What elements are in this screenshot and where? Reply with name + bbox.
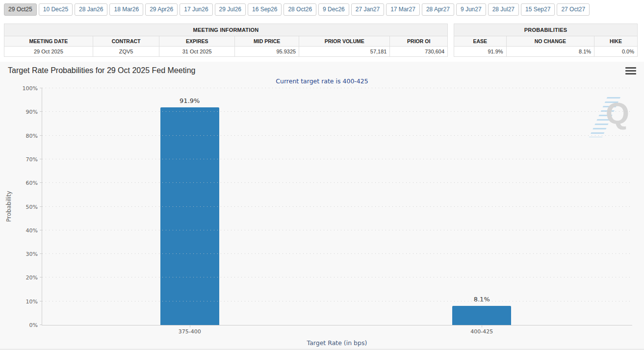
col-ease: EASE [454, 36, 507, 47]
plot-wrapper: Q 91.9% 8.1% 375-400 400-425 0%10%20%30%… [0, 88, 644, 347]
meeting-tab-17-jun26[interactable]: 17 Jun26 [180, 3, 212, 16]
col-mid-price: MID PRICE [235, 36, 299, 47]
meeting-information-table: MEETING INFORMATION MEETING DATE CONTRAC… [4, 24, 448, 57]
bar-value-label: 91.9% [180, 97, 200, 104]
horizontal-gridline [42, 253, 632, 254]
horizontal-gridline [42, 159, 632, 159]
y-axis-tick-label: 20% [26, 275, 38, 281]
meeting-table-header-row: MEETING DATE CONTRACT EXPIRES MID PRICE … [4, 36, 448, 47]
y-axis-tick-label: 50% [26, 204, 38, 210]
y-axis-tick [40, 277, 42, 277]
horizontal-gridline [42, 277, 632, 277]
probabilities-table: PROBABILITIES EASE NO CHANGE HIKE 91.9% … [454, 24, 638, 57]
meeting-tab-9-dec26[interactable]: 9 Dec26 [318, 3, 349, 16]
horizontal-gridline [42, 206, 632, 207]
y-axis-tick-label: 90% [26, 109, 38, 115]
watermark-q-letter: Q [606, 98, 629, 128]
horizontal-gridline [42, 88, 632, 88]
horizontal-gridline [42, 182, 632, 183]
meeting-tab-17-mar27[interactable]: 17 Mar27 [386, 3, 420, 16]
chart-header: Target Rate Probabilities for 29 Oct 202… [0, 62, 644, 75]
x-axis-tick [482, 325, 482, 327]
y-axis-tick [40, 206, 42, 207]
cell-no-change: 8.1% [506, 47, 594, 57]
col-expires: EXPIRES [159, 36, 235, 47]
meeting-tab-16-sep26[interactable]: 16 Sep26 [248, 3, 282, 16]
probabilities-table-header-row: EASE NO CHANGE HIKE [454, 36, 638, 47]
bar-group-400-425: 8.1% [452, 88, 511, 325]
horizontal-gridline [42, 135, 632, 136]
horizontal-gridline [42, 111, 632, 112]
horizontal-gridline [42, 230, 632, 230]
bar-400-425[interactable] [452, 306, 511, 325]
y-axis-tick-label: 10% [26, 299, 38, 305]
meeting-tab-29-oct25[interactable]: 29 Oct25 [4, 3, 37, 16]
cell-ease: 91.9% [454, 47, 507, 57]
bar-group-375-400: 91.9% [160, 88, 219, 325]
meeting-tab-10-dec25[interactable]: 10 Dec25 [39, 3, 73, 16]
info-tables-row: MEETING INFORMATION MEETING DATE CONTRAC… [4, 24, 638, 57]
meeting-tab-27-jan27[interactable]: 27 Jan27 [351, 3, 384, 16]
x-axis-category-label: 400-425 [470, 328, 493, 335]
horizontal-gridline [42, 301, 632, 301]
y-axis-tick [40, 253, 42, 254]
bar-375-400[interactable] [160, 107, 219, 325]
chart-subtitle: Current target rate is 400-425 [0, 77, 644, 85]
x-axis-category-label: 375-400 [179, 328, 201, 335]
y-axis-tick [40, 325, 42, 325]
y-axis-tick [40, 135, 42, 136]
y-axis-tick-label: 80% [26, 133, 38, 139]
cell-prior-volume: 57,181 [299, 47, 390, 57]
meeting-date-tabs: 29 Oct2510 Dec2528 Jan2618 Mar2629 Apr26… [0, 0, 644, 16]
meeting-tab-28-jan26[interactable]: 28 Jan26 [75, 3, 107, 16]
y-axis-tick-label: 0% [29, 322, 38, 328]
meeting-tab-29-apr26[interactable]: 29 Apr26 [145, 3, 178, 16]
probabilities-table-row: 91.9% 8.1% 0.0% [454, 47, 638, 57]
plot-area: Q 91.9% 8.1% 375-400 400-425 0%10%20%30%… [42, 88, 632, 325]
probabilities-table-title: PROBABILITIES [454, 24, 638, 36]
meeting-tab-29-jul26[interactable]: 29 Jul26 [215, 3, 246, 16]
y-axis-tick-label: 30% [26, 251, 38, 257]
watermark-stripes [589, 97, 620, 137]
y-axis-tick [40, 182, 42, 183]
bar-value-label: 8.1% [474, 296, 490, 303]
col-prior-oi: PRIOR OI [390, 36, 448, 47]
col-meeting-date: MEETING DATE [4, 36, 93, 47]
meeting-tab-15-sep27[interactable]: 15 Sep27 [521, 3, 555, 16]
col-contract: CONTRACT [93, 36, 159, 47]
cell-prior-oi: 730,604 [390, 47, 448, 57]
meeting-table-title: MEETING INFORMATION [4, 24, 448, 36]
fedwatch-tool: 29 Oct2510 Dec2528 Jan2618 Mar2629 Apr26… [0, 0, 644, 350]
target-rate-probabilities-chart: Target Rate Probabilities for 29 Oct 202… [0, 62, 644, 350]
col-no-change: NO CHANGE [506, 36, 594, 47]
meeting-tab-28-apr27[interactable]: 28 Apr27 [422, 3, 454, 16]
meeting-table-row: 29 Oct 2025 ZQV5 31 Oct 2025 95.9325 57,… [4, 47, 448, 57]
y-axis-tick [40, 230, 42, 230]
y-axis-tick [40, 111, 42, 112]
meeting-tab-18-mar26[interactable]: 18 Mar26 [109, 3, 143, 16]
hamburger-menu-icon[interactable] [625, 66, 636, 75]
quikstrike-q-watermark-icon: Q [592, 94, 630, 137]
y-axis-tick [40, 88, 42, 88]
meeting-tab-28-jul27[interactable]: 28 Jul27 [488, 3, 519, 16]
y-axis-tick-label: 40% [26, 227, 38, 234]
col-prior-volume: PRIOR VOLUME [299, 36, 390, 47]
cell-contract: ZQV5 [93, 47, 159, 57]
col-hike: HIKE [594, 36, 638, 47]
cell-mid-price: 95.9325 [235, 47, 299, 57]
y-axis-tick [40, 159, 42, 159]
chart-title: Target Rate Probabilities for 29 Oct 202… [8, 66, 195, 75]
y-axis-tick-label: 70% [26, 156, 38, 163]
meeting-tab-27-oct27[interactable]: 27 Oct27 [557, 3, 590, 16]
meeting-tab-9-jun27[interactable]: 9 Jun27 [456, 3, 486, 16]
x-axis-title: Target Rate (in bps) [42, 339, 632, 347]
y-axis-tick-label: 60% [26, 180, 38, 186]
x-axis-tick [190, 325, 190, 327]
y-axis-tick [40, 301, 42, 301]
meeting-tab-28-oct26[interactable]: 28 Oct26 [283, 3, 316, 16]
y-axis-tick-label: 100% [23, 85, 38, 92]
cell-hike: 0.0% [594, 47, 638, 57]
cell-expires: 31 Oct 2025 [159, 47, 235, 57]
cell-meeting-date: 29 Oct 2025 [4, 47, 93, 57]
